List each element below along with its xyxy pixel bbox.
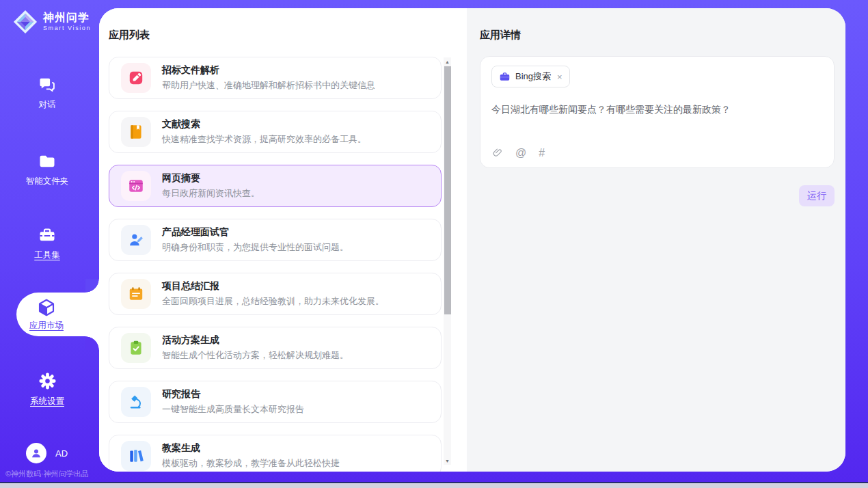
window-bottom-strip: [0, 483, 868, 488]
app-card-pm-interviewer[interactable]: 产品经理面试官 明确身份和职责，为您提供专业性的面试问题。: [109, 219, 442, 261]
scrollbar-thumb[interactable]: [444, 66, 451, 314]
app-card-title: 网页摘要: [162, 172, 260, 185]
app-card-title: 招标文件解析: [162, 64, 375, 77]
sidebar: 神州问学 Smart Vision 对话 智能文件夹 工具集: [0, 0, 99, 488]
prompt-toolbar: @ #: [492, 147, 545, 159]
web-summary-icon: [121, 171, 151, 201]
app-card-desc: 每日政府新闻资讯快查。: [162, 187, 260, 200]
app-list-scrollbar: ▲ ▼: [444, 57, 451, 465]
app-list-title: 应用列表: [109, 29, 467, 42]
hash-icon[interactable]: #: [539, 148, 545, 159]
app-card-title: 研究报告: [162, 388, 304, 401]
chip-close-icon[interactable]: ×: [557, 72, 562, 82]
sidebar-item-label: 工具集: [34, 249, 60, 261]
sidebar-item-toolset[interactable]: 工具集: [0, 226, 94, 261]
app-detail-panel: 应用详情 Bing搜索 × 今日湖北有哪些新闻要点？有哪些需要关注的最新政策？ …: [467, 8, 845, 472]
app-detail-title: 应用详情: [480, 29, 835, 42]
run-button[interactable]: 运行: [799, 185, 835, 206]
sidebar-item-chat[interactable]: 对话: [0, 75, 94, 111]
research-report-icon: [121, 387, 151, 417]
event-plan-icon: [121, 333, 151, 363]
app-card-list: 招标文件解析 帮助用户快速、准确地理解和解析招标书中的关键信息 文献搜索 快速精…: [109, 57, 442, 472]
person-icon: [29, 446, 43, 460]
app-card-title: 教案生成: [162, 442, 340, 455]
app-card-desc: 智能生成个性化活动方案，轻松解决规划难题。: [162, 349, 349, 362]
sidebar-item-label: 应用市场: [29, 320, 64, 331]
briefcase-icon: [499, 71, 511, 83]
project-summary-icon: [121, 279, 151, 309]
lesson-plan-icon: [121, 441, 151, 471]
scrollbar-up-arrow[interactable]: ▲: [444, 57, 451, 66]
app-card-title: 活动方案生成: [162, 334, 349, 347]
sidebar-item-label: 对话: [39, 99, 56, 111]
app-card-bid-parse[interactable]: 招标文件解析 帮助用户快速、准确地理解和解析招标书中的关键信息: [109, 57, 442, 99]
app-card-web-summary[interactable]: 网页摘要 每日政府新闻资讯快查。: [109, 165, 442, 207]
user-name: AD: [55, 448, 68, 459]
sidebar-item-app-market[interactable]: 应用市场: [16, 293, 99, 336]
active-tab-curve-bottom: [85, 336, 99, 350]
chat-icon: [38, 75, 57, 94]
app-card-title: 文献搜索: [162, 118, 366, 131]
tool-chip-label: Bing搜索: [515, 70, 551, 83]
folder-icon: [38, 152, 57, 171]
app-card-project-summary[interactable]: 项目总结汇报 全面回顾项目进展，总结经验教训，助力未来优化发展。: [109, 273, 442, 315]
app-card-desc: 帮助用户快速、准确地理解和解析招标书中的关键信息: [162, 79, 375, 92]
user-account[interactable]: AD: [26, 443, 68, 463]
app-card-desc: 快速精准查找学术资源，提高研究效率的必备工具。: [162, 133, 366, 146]
app-card-literature-search[interactable]: 文献搜索 快速精准查找学术资源，提高研究效率的必备工具。: [109, 111, 442, 153]
bid-parse-icon: [121, 63, 151, 93]
app-card-title: 产品经理面试官: [162, 226, 349, 239]
app-card-desc: 全面回顾项目进展，总结经验教训，助力未来优化发展。: [162, 295, 384, 308]
app-list-panel: 应用列表 招标文件解析 帮助用户快速、准确地理解和解析招标书中的关键信息: [99, 8, 467, 472]
prompt-text[interactable]: 今日湖北有哪些新闻要点？有哪些需要关注的最新政策？: [491, 104, 823, 116]
brand-name: 神州问学: [43, 12, 91, 24]
brand-diamond-icon: [12, 9, 38, 35]
sidebar-item-smart-folders[interactable]: 智能文件夹: [0, 152, 94, 187]
app-logo: 神州问学 Smart Vision: [12, 9, 91, 35]
app-card-desc: 明确身份和职责，为您提供专业性的面试问题。: [162, 241, 349, 254]
app-card-research-report[interactable]: 研究报告 一键智能生成高质量长文本研究报告: [109, 381, 442, 423]
app-card-event-plan[interactable]: 活动方案生成 智能生成个性化活动方案，轻松解决规划难题。: [109, 327, 442, 369]
gear-icon: [38, 371, 57, 391]
app-card-desc: 一键智能生成高质量长文本研究报告: [162, 403, 304, 416]
tool-chip-bing-search[interactable]: Bing搜索 ×: [491, 66, 570, 87]
prompt-input-card[interactable]: Bing搜索 × 今日湖北有哪些新闻要点？有哪些需要关注的最新政策？ @ #: [480, 56, 835, 168]
scrollbar-down-arrow[interactable]: ▼: [444, 457, 451, 465]
app-card-desc: 模板驱动，教案秒成，教学准备从此轻松快捷: [162, 457, 340, 470]
pm-interviewer-icon: [121, 225, 151, 255]
copyright-footer: ©神州数码·神州问学出品: [5, 469, 89, 479]
brand-tagline: Smart Vision: [43, 25, 91, 32]
literature-search-icon: [121, 117, 151, 147]
app-card-title: 项目总结汇报: [162, 280, 384, 293]
sidebar-item-label: 智能文件夹: [26, 176, 69, 187]
sidebar-item-settings[interactable]: 系统设置: [0, 371, 94, 407]
app-card-lesson-plan[interactable]: 教案生成 模板驱动，教案秒成，教学准备从此轻松快捷: [109, 435, 442, 472]
toolbox-icon: [38, 226, 57, 245]
active-tab-curve-top: [85, 279, 99, 293]
paperclip-icon[interactable]: [492, 147, 503, 159]
main-content: 应用列表 招标文件解析 帮助用户快速、准确地理解和解析招标书中的关键信息: [99, 8, 845, 472]
mention-icon[interactable]: @: [515, 148, 526, 159]
avatar: [26, 443, 46, 463]
cube-icon: [36, 297, 57, 318]
sidebar-item-label: 系统设置: [30, 396, 64, 407]
